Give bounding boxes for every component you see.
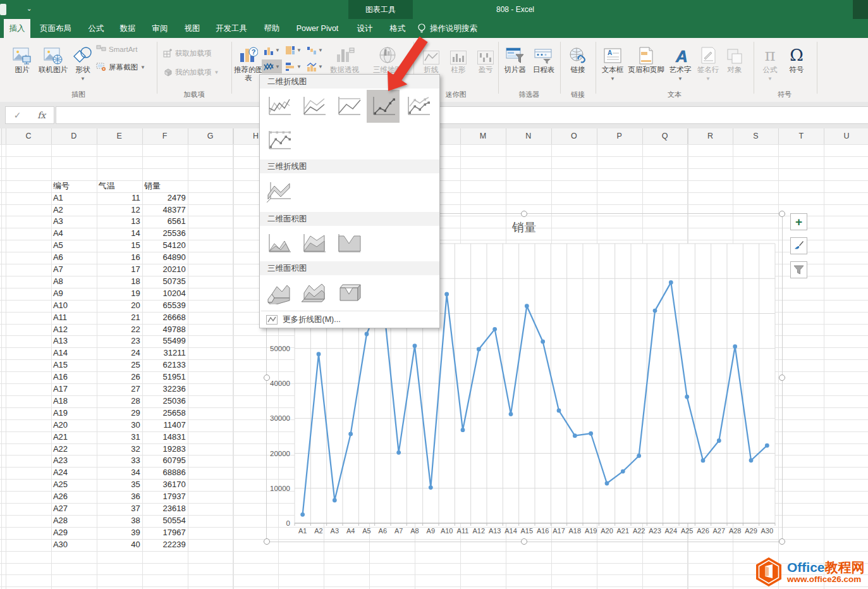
table-cell[interactable]: A26 [51, 491, 97, 503]
wordart-button[interactable]: A 艺术字▼ [666, 42, 694, 83]
table-cell[interactable]: A14 [51, 347, 97, 359]
table-cell[interactable]: 17967 [142, 527, 188, 539]
screenshot-button[interactable]: 屏幕截图 ▼ [96, 61, 145, 73]
table-header-cell[interactable]: 气温 [97, 180, 142, 192]
more-line-charts-item[interactable]: 更多折线图(M)... [260, 313, 439, 326]
chart-type-100-stacked-line-with-markers[interactable] [262, 124, 295, 157]
table-cell[interactable]: 24 [97, 347, 143, 359]
table-header-cell[interactable]: 编号 [51, 180, 97, 192]
chart-handle-bottom-left[interactable] [264, 538, 270, 545]
table-cell[interactable]: 32 [97, 443, 143, 456]
chart-type-3d-stacked-area[interactable] [297, 276, 330, 309]
table-cell[interactable]: 20210 [142, 264, 188, 276]
chart-handle-bottom-right[interactable] [779, 538, 785, 545]
chart-handle-bottom-center[interactable] [521, 538, 527, 545]
table-cell[interactable]: 37 [97, 503, 143, 515]
tab-review[interactable]: 审阅 [148, 19, 172, 38]
insert-line-chart-button[interactable]: ▼ [262, 59, 282, 73]
table-cell[interactable]: 19 [97, 288, 143, 300]
table-cell[interactable]: 33 [97, 455, 143, 467]
table-cell[interactable]: 23 [97, 335, 143, 347]
table-cell[interactable]: A13 [51, 335, 97, 347]
chart-styles-button[interactable] [790, 237, 807, 254]
formula-input[interactable] [56, 106, 868, 124]
user-avatar[interactable] [853, 0, 868, 19]
column-header-G[interactable]: G [188, 128, 233, 144]
table-cell[interactable]: 27 [97, 383, 143, 395]
table-cell[interactable]: 28 [97, 395, 143, 407]
table-cell[interactable]: A30 [51, 539, 97, 551]
table-cell[interactable]: 12 [97, 204, 143, 216]
column-header-Q[interactable]: Q [642, 128, 688, 144]
get-addins-button[interactable]: 获取加载项 [163, 47, 212, 59]
chart-type-3d-area[interactable] [262, 276, 295, 309]
chart-type-100-stacked-line[interactable] [332, 90, 365, 123]
table-cell[interactable]: A29 [51, 527, 97, 539]
table-cell[interactable]: 17937 [142, 491, 188, 503]
table-cell[interactable]: 14 [97, 228, 143, 240]
enter-check-icon[interactable]: ✓ [14, 110, 21, 120]
table-cell[interactable]: A23 [51, 455, 97, 467]
table-cell[interactable]: A11 [51, 312, 97, 324]
chart-type-area[interactable] [262, 227, 295, 260]
column-header-U[interactable]: U [824, 128, 868, 144]
symbol-button[interactable]: Ω 符号 [784, 42, 809, 74]
column-header-C[interactable]: C [6, 128, 51, 144]
chart-handle-top-right[interactable] [779, 211, 785, 217]
chart-elements-button[interactable]: + [790, 213, 807, 230]
table-cell[interactable]: 68886 [142, 467, 188, 479]
table-cell[interactable]: 50554 [142, 515, 188, 527]
table-cell[interactable]: 15 [97, 240, 143, 252]
column-header-M[interactable]: M [460, 128, 506, 144]
table-cell[interactable]: 13 [97, 216, 143, 228]
table-cell[interactable]: 23618 [142, 503, 188, 515]
column-header-N[interactable]: N [506, 128, 551, 144]
table-cell[interactable]: A1 [51, 192, 97, 204]
fx-insert-function-icon[interactable]: fx [37, 110, 46, 120]
table-cell[interactable]: A4 [51, 228, 97, 240]
insert-hierarchy-chart-button[interactable]: ▼ [283, 43, 303, 57]
table-cell[interactable]: A27 [51, 503, 97, 515]
table-cell[interactable]: 54120 [142, 240, 188, 252]
column-header-P[interactable]: P [597, 128, 642, 144]
slicer-button[interactable]: 切片器 [501, 42, 529, 74]
table-cell[interactable]: 36 [97, 491, 143, 503]
table-cell[interactable]: 48377 [142, 204, 188, 216]
timeline-button[interactable]: 日程表 [530, 42, 558, 74]
table-cell[interactable]: 55499 [142, 335, 188, 347]
table-header-cell[interactable]: 销量 [142, 180, 188, 192]
table-cell[interactable]: 31 [97, 431, 143, 443]
chart-type-3d-100-stacked-area[interactable] [332, 276, 365, 309]
table-cell[interactable]: 18 [97, 276, 143, 288]
table-cell[interactable]: A15 [51, 359, 97, 371]
table-cell[interactable]: A22 [51, 443, 97, 456]
table-cell[interactable]: 35 [97, 479, 143, 491]
table-cell[interactable]: 40 [97, 539, 143, 551]
table-cell[interactable]: 16 [97, 252, 143, 264]
table-cell[interactable]: 6561 [142, 216, 188, 228]
table-cell[interactable]: 51951 [142, 371, 188, 383]
column-header-S[interactable]: S [733, 128, 778, 144]
column-header-O[interactable]: O [551, 128, 597, 144]
table-cell[interactable]: A7 [51, 264, 97, 276]
table-cell[interactable]: A2 [51, 204, 97, 216]
online-pictures-button[interactable]: 联机图片 [37, 42, 70, 74]
insert-waterfall-chart-button[interactable]: ▼ [305, 43, 325, 57]
table-cell[interactable]: 50735 [142, 276, 188, 288]
tab-help[interactable]: 帮助 [260, 19, 284, 38]
table-cell[interactable]: A9 [51, 288, 97, 300]
table-cell[interactable]: A24 [51, 467, 97, 479]
tab-formulas[interactable]: 公式 [84, 19, 108, 38]
table-cell[interactable]: A10 [51, 300, 97, 312]
table-cell[interactable]: 36170 [142, 479, 188, 491]
table-cell[interactable]: 26 [97, 371, 143, 383]
chart-handle-top-center[interactable] [521, 211, 527, 217]
signature-line-button[interactable]: 签名行▼ [694, 42, 722, 83]
textbox-button[interactable]: A 文本框▼ [598, 42, 627, 83]
tab-page-layout[interactable]: 页面布局 [37, 19, 75, 38]
table-cell[interactable]: A28 [51, 515, 97, 527]
table-cell[interactable]: 60795 [142, 455, 188, 467]
table-cell[interactable]: 26668 [142, 312, 188, 324]
table-cell[interactable]: A8 [51, 276, 97, 288]
chart-type-line[interactable] [262, 90, 295, 123]
